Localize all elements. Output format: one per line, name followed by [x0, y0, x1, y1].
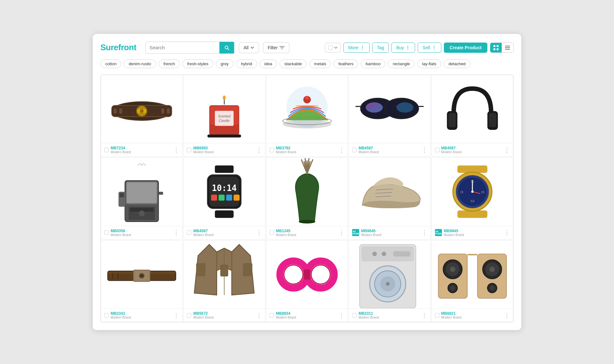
header-actions: More ⋮ Tag Buy ⋮ Sell ⋮ Create Product	[325, 43, 514, 53]
product-id-link[interactable]: MB7234	[111, 146, 131, 150]
svg-point-103	[382, 251, 386, 256]
product-dots-menu[interactable]: ⋮	[339, 313, 344, 318]
tag-pill-detached[interactable]: detached	[444, 59, 471, 68]
tag-pill-idea[interactable]: idea	[260, 59, 277, 68]
product-dots-menu[interactable]: ⋮	[421, 313, 427, 318]
tag-pill-hybrid[interactable]: hybrid	[236, 59, 257, 68]
tag-pill-feathers[interactable]: feathers	[334, 59, 358, 68]
product-id-link[interactable]: MB3792	[276, 146, 296, 150]
product-checkbox[interactable]	[104, 313, 109, 318]
product-dots-menu[interactable]: ⋮	[173, 230, 179, 235]
product-footer: MB8834Modern Brand⋮	[266, 308, 348, 322]
product-id-link[interactable]: MB9845	[361, 229, 381, 233]
svg-rect-17	[161, 108, 164, 114]
create-product-button[interactable]: Create Product	[444, 43, 487, 53]
product-dots-menu[interactable]: ⋮	[173, 147, 179, 153]
logo: Surefront	[100, 43, 137, 52]
product-image-belt	[101, 75, 182, 143]
tag-pill-rectangle[interactable]: rectangle	[388, 59, 414, 68]
product-id-link[interactable]: MB3311	[358, 311, 379, 316]
product-checkbox[interactable]	[435, 313, 439, 318]
svg-point-99	[311, 265, 330, 284]
product-dots-menu[interactable]: ⋮	[421, 230, 427, 235]
product-dots-menu[interactable]: ⋮	[421, 147, 427, 153]
product-id-link[interactable]: MB2341	[111, 311, 131, 316]
product-id-link[interactable]: MB9845	[444, 229, 464, 233]
product-checkbox[interactable]	[270, 148, 274, 152]
svg-rect-5	[493, 48, 495, 50]
brand-badge: JIAHOME	[435, 229, 442, 236]
product-id-link[interactable]: MB4567	[193, 229, 213, 233]
list-view-button[interactable]	[502, 43, 513, 52]
app-container: Surefront All Filter	[93, 34, 521, 330]
product-id-link[interactable]: MB4587	[441, 146, 461, 150]
product-dots-menu[interactable]: ⋮	[504, 147, 510, 153]
list-icon	[505, 45, 510, 50]
product-dots-menu[interactable]: ⋮	[256, 313, 262, 318]
product-brand: Modern Brand	[441, 316, 461, 319]
search-input[interactable]	[146, 42, 219, 53]
tag-pill-denim-rustic[interactable]: denim-rustic	[124, 59, 156, 68]
product-checkbox[interactable]	[104, 148, 109, 152]
all-dropdown[interactable]: All	[239, 42, 259, 53]
search-button[interactable]	[219, 42, 234, 53]
svg-point-37	[366, 102, 383, 113]
sell-button[interactable]: Sell ⋮	[418, 43, 441, 53]
product-checkbox[interactable]	[187, 148, 191, 152]
product-dots-menu[interactable]: ⋮	[173, 313, 179, 318]
product-id-link[interactable]: MB8834	[276, 311, 296, 316]
tag-pill-stackable[interactable]: stackable	[279, 59, 307, 68]
svg-point-14	[140, 109, 144, 113]
product-footer: MB0356Modern Brand⋮	[101, 226, 182, 239]
product-brand: Modern Brand	[276, 233, 296, 237]
product-grid: MB7234Modern Brand⋮ Scented Candle MB689…	[100, 75, 514, 322]
product-id-link[interactable]: MB1245	[276, 229, 296, 233]
svg-rect-93	[196, 263, 206, 276]
product-footer: JIAHOMEMB9845Modern Brand⋮	[349, 226, 430, 239]
svg-rect-9	[505, 49, 510, 50]
filter-button[interactable]: Filter	[263, 42, 289, 53]
product-checkbox[interactable]	[435, 148, 439, 152]
product-brand: Modern Brand	[193, 150, 213, 154]
tag-pill-lay-flats[interactable]: lay-flats	[417, 59, 441, 68]
product-checkbox[interactable]	[352, 148, 357, 152]
more-button[interactable]: More ⋮	[343, 43, 370, 53]
product-id-link[interactable]: MB6893	[193, 146, 213, 150]
product-checkbox[interactable]	[104, 230, 109, 235]
product-footer: MB4587Modern Brand⋮	[349, 143, 430, 156]
product-id-link[interactable]: MB0356	[111, 229, 131, 233]
product-dots-menu[interactable]: ⋮	[504, 230, 510, 235]
product-checkbox[interactable]	[187, 230, 191, 235]
select-all-checkbox[interactable]	[328, 45, 333, 50]
product-id-link[interactable]: MB4587	[358, 146, 379, 150]
product-dots-menu[interactable]: ⋮	[339, 147, 344, 153]
product-dots-menu[interactable]: ⋮	[339, 230, 344, 235]
svg-rect-60	[234, 195, 240, 201]
product-brand: Modern Brand	[358, 150, 379, 154]
svg-rect-51	[159, 192, 163, 195]
svg-rect-15	[114, 108, 116, 114]
tag-button[interactable]: Tag	[372, 43, 389, 53]
product-footer: MB4587Modern Brand⋮	[432, 143, 513, 156]
product-dots-menu[interactable]: ⋮	[256, 147, 262, 153]
product-id-link[interactable]: MB5672	[193, 311, 213, 316]
tag-pill-cotton[interactable]: cotton	[100, 59, 121, 68]
product-checkbox[interactable]	[352, 313, 357, 318]
product-dots-menu[interactable]: ⋮	[256, 230, 262, 235]
tag-pill-metals[interactable]: metals	[309, 59, 331, 68]
tag-pill-grey[interactable]: grey	[216, 59, 233, 68]
chevron-down-icon	[250, 46, 254, 50]
product-checkbox[interactable]	[270, 230, 274, 235]
product-checkbox[interactable]	[187, 313, 191, 318]
product-id-link[interactable]: MB6621	[441, 311, 461, 316]
tag-pill-french[interactable]: french	[159, 59, 180, 68]
tag-pill-bamboo[interactable]: bamboo	[361, 59, 385, 68]
product-dots-menu[interactable]: ⋮	[504, 313, 510, 318]
select-all-dropdown[interactable]	[325, 43, 341, 52]
product-cell: MB6621Modern Brand⋮	[431, 240, 513, 322]
tag-pill-fresh-styles[interactable]: fresh-styles	[182, 59, 213, 68]
product-checkbox[interactable]	[270, 313, 274, 318]
product-brand: Modern Brand	[111, 150, 131, 154]
grid-view-button[interactable]	[490, 43, 502, 52]
buy-button[interactable]: Buy ⋮	[391, 43, 415, 53]
